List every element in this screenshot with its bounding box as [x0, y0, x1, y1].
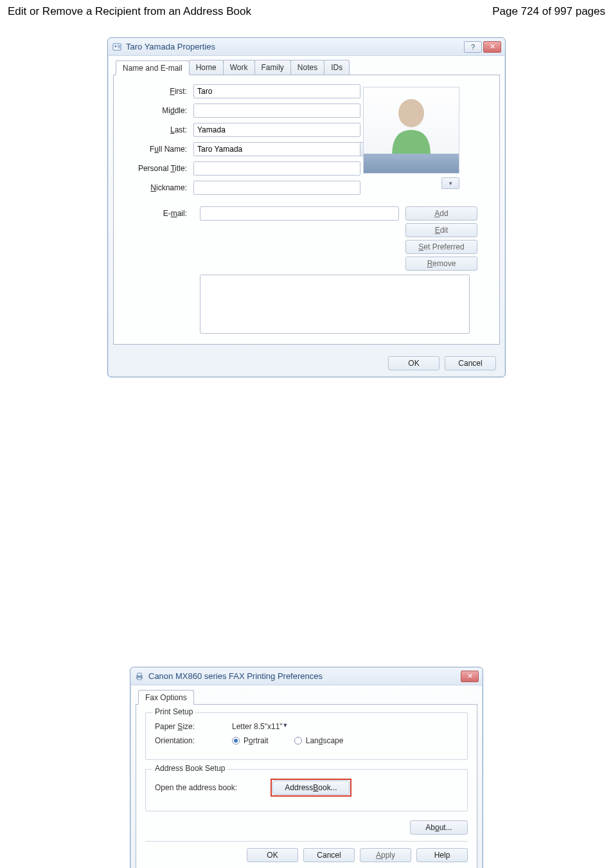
- portrait-radio[interactable]: Portrait: [232, 736, 269, 745]
- page-title: Edit or Remove a Recipient from an Addre…: [8, 5, 251, 18]
- nickname-input[interactable]: [193, 181, 360, 195]
- tab-work[interactable]: Work: [223, 60, 255, 75]
- svg-rect-3: [118, 46, 120, 47]
- ok-button[interactable]: OK: [388, 356, 440, 370]
- edit-button[interactable]: Edit: [405, 223, 477, 237]
- tab-notes[interactable]: Notes: [290, 60, 324, 75]
- paper-size-value: Letter 8.5"x11": [232, 722, 283, 731]
- svg-rect-8: [138, 678, 141, 680]
- about-button[interactable]: About...: [410, 820, 468, 835]
- fullname-input[interactable]: [193, 142, 360, 156]
- tab-fax-options[interactable]: Fax Options: [138, 690, 194, 705]
- tab-ids[interactable]: IDs: [324, 60, 350, 75]
- ok-button[interactable]: OK: [247, 848, 298, 862]
- fullname-label: Full Name:: [123, 145, 193, 154]
- email-list[interactable]: [200, 275, 470, 334]
- print-setup-legend: Print Setup: [152, 707, 195, 716]
- close-button[interactable]: ✕: [483, 41, 501, 53]
- titlebar: Canon MX860 series FAX Printing Preferen…: [130, 667, 483, 685]
- address-book-setup-group: Address Book Setup Open the address book…: [145, 769, 468, 811]
- printer-icon: [134, 671, 145, 682]
- address-book-setup-legend: Address Book Setup: [152, 764, 227, 773]
- svg-point-1: [114, 45, 117, 48]
- middle-label: Middle:: [123, 106, 193, 115]
- close-button[interactable]: ✕: [461, 671, 479, 682]
- orientation-label: Orientation:: [155, 736, 232, 745]
- first-label: First:: [123, 87, 193, 96]
- dialog-title: Canon MX860 series FAX Printing Preferen…: [148, 671, 461, 681]
- cancel-button[interactable]: Cancel: [303, 848, 355, 862]
- add-button[interactable]: Add: [405, 206, 477, 221]
- svg-rect-7: [138, 673, 141, 676]
- ptitle-input[interactable]: [193, 161, 360, 176]
- svg-rect-2: [118, 45, 120, 46]
- nickname-label: Nickname:: [123, 183, 193, 192]
- cancel-button[interactable]: Cancel: [445, 356, 496, 370]
- address-book-button[interactable]: Address Book...: [272, 781, 350, 795]
- landscape-label: Landscape: [306, 736, 344, 745]
- email-label: E-mail:: [123, 209, 193, 218]
- remove-button[interactable]: Remove: [405, 257, 477, 271]
- last-input[interactable]: [193, 123, 360, 137]
- help-button[interactable]: ?: [464, 41, 482, 53]
- contact-photo[interactable]: [363, 87, 459, 174]
- help-button[interactable]: Help: [416, 848, 468, 862]
- tab-name-email[interactable]: Name and E-mail: [116, 60, 190, 75]
- print-setup-group: Print Setup Paper Size: Letter 8.5"x11" …: [145, 712, 468, 760]
- contact-photo-group: ▾: [363, 87, 459, 189]
- portrait-label: Portrait: [244, 736, 269, 745]
- middle-input[interactable]: [193, 104, 360, 118]
- email-input[interactable]: [200, 206, 399, 221]
- paper-size-label: Paper Size:: [155, 722, 232, 731]
- tab-home[interactable]: Home: [189, 60, 224, 75]
- apply-button[interactable]: Apply: [360, 848, 411, 862]
- last-label: Last:: [123, 125, 193, 134]
- paper-size-select[interactable]: Letter 8.5"x11" ▼: [232, 722, 289, 731]
- photo-menu-button[interactable]: ▾: [441, 177, 459, 189]
- dialog-title: Taro Yamada Properties: [126, 42, 464, 51]
- contact-card-icon: [112, 42, 122, 52]
- svg-rect-4: [118, 48, 120, 48]
- svg-point-5: [398, 99, 424, 127]
- chevron-down-icon: ▼: [283, 722, 289, 731]
- titlebar: Taro Yamada Properties ? ✕: [108, 38, 505, 56]
- radio-icon: [294, 737, 302, 745]
- page-number: Page 724 of 997 pages: [492, 5, 605, 18]
- landscape-radio[interactable]: Landscape: [294, 736, 344, 745]
- address-book-highlight: Address Book...: [271, 779, 351, 797]
- set-preferred-button[interactable]: Set Preferred: [405, 240, 477, 254]
- open-address-book-label: Open the address book:: [155, 783, 271, 792]
- first-input[interactable]: [193, 84, 360, 98]
- printing-preferences-dialog: Canon MX860 series FAX Printing Preferen…: [130, 667, 483, 868]
- tab-strip: Name and E-mail Home Work Family Notes I…: [113, 60, 500, 75]
- properties-dialog: Taro Yamada Properties ? ✕ Name and E-ma…: [107, 37, 506, 377]
- tab-family[interactable]: Family: [254, 60, 291, 75]
- radio-icon: [232, 737, 240, 745]
- ptitle-label: Personal Title:: [123, 164, 193, 173]
